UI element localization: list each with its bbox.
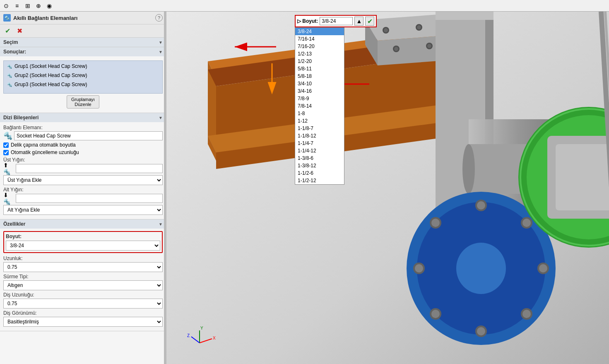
surme-tipi-select[interactable]: Altıgen [3,280,163,290]
panel-title-container: 🔩 Akıllı Bağlantı Elemanları [3,14,77,22]
dizi-header[interactable]: Dizi Bileşenleri ▼ [0,113,166,122]
svg-point-37 [522,219,531,227]
toolbar-icon-2[interactable]: ≡ [12,1,22,10]
size-option-7-8-14[interactable]: 7/8-14 [295,102,344,110]
ust-yigin-row: ⬆🔩 [3,164,163,174]
ust-stack-icon: ⬆🔩 [3,164,13,174]
checkbox-guncelleme[interactable] [3,150,9,155]
size-option-5-8-18[interactable]: 5/8-18 [295,72,344,80]
dis-gorunumu-select[interactable]: Basitleştirilmiş [3,317,163,327]
size-option-7-16-20[interactable]: 7/16-20 [295,43,344,50]
toolbar-icon-4[interactable]: ⊕ [34,1,43,10]
uzunluk-label: Uzunluk: [3,256,163,261]
dis-uzunlugu-select[interactable]: 0.75 [3,299,163,309]
boyut-select[interactable]: 3/8-24 7/16-14 7/16-20 [6,241,160,251]
cancel-button[interactable]: ✖ [15,26,24,36]
size-option-1-3-4-5[interactable]: 1-3/4-5 [295,184,344,185]
ozellikler-content: Boyut: 3/8-24 7/16-14 7/16-20 Uzunluk: 0… [0,229,166,331]
svg-point-45 [431,310,440,318]
viewport[interactable]: X Y Z [166,12,609,364]
dis-uzunlugu-label: Diş Uzunluğu: [3,292,163,298]
group-label-3: Grup3 (Socket Head Cap Screw) [14,82,87,87]
svg-point-14 [384,28,388,32]
size-option-1-8[interactable]: 1-8 [295,110,344,117]
size-option-1-1-2-12[interactable]: 1-1/2-12 [295,177,344,184]
dizi-chevron: ▼ [159,116,163,120]
top-toolbar: ⊙ ≡ ⊞ ⊕ ◉ [0,0,609,12]
svg-point-29 [462,144,475,194]
left-panel: 🔩 Akıllı Bağlantı Elemanları ? ✔ ✖ Seçim… [0,12,166,364]
alt-yigin-select[interactable]: Alt Yığına Ekle [3,205,163,215]
size-confirm-btn[interactable]: ✔ [365,17,374,26]
groups-list: 🔩 Grup1 (Socket Head Cap Screw) 🔩 Grup2 … [3,60,163,94]
size-option-1-1-8-12[interactable]: 1-1/8-12 [295,132,344,140]
size-dropdown-list[interactable]: 3/8-247/16-147/16-201/2-131/2-205/8-115/… [295,27,344,185]
svg-text:X: X [213,336,216,340]
boyut-label: Boyut: [6,234,160,239]
size-scroll-up-btn[interactable]: ▲ [354,17,363,26]
size-option-3-8-24[interactable]: 3/8-24 [295,28,344,35]
panel-title: Akıllı Bağlantı Elemanları [13,15,77,21]
svg-point-47 [415,264,423,272]
size-option-1-3-8-6[interactable]: 1-3/8-6 [295,154,344,162]
sonuclar-chevron: ▼ [159,50,163,54]
alt-yigin-label: Alt Yığın: [3,187,163,193]
confirm-button[interactable]: ✔ [3,26,12,36]
size-option-7-8-9[interactable]: 7/8-9 [295,95,344,102]
alt-yigin-row: ⬇🔩 [3,193,163,203]
help-button[interactable]: ? [155,14,163,22]
svg-point-33 [456,243,506,294]
checkbox-delik[interactable] [3,142,9,148]
sonuclar-header[interactable]: Sonuçlar: ▼ [0,47,166,56]
red-arrow-viewport [231,34,280,60]
size-option-3-4-16[interactable]: 3/4-16 [295,87,344,95]
dis-gorunumu-label: Diş Görünümü: [3,310,163,316]
main-area: 🔩 Akıllı Bağlantı Elemanları ? ✔ ✖ Seçim… [0,12,609,364]
svg-point-41 [522,310,531,318]
size-option-3-4-10[interactable]: 3/4-10 [295,80,344,87]
size-option-1-1-8-7[interactable]: 1-1/8-7 [295,125,344,132]
surme-tipi-label: Sürme Tipi: [3,274,163,280]
size-option-1-12[interactable]: 1-12 [295,117,344,125]
baglanti-input[interactable] [14,131,163,140]
group-item-2[interactable]: 🔩 Grup2 (Socket Head Cap Screw) [5,71,161,80]
toolbar-icon-5[interactable]: ◉ [45,1,54,10]
size-option-1-1-4-7[interactable]: 1-1/4-7 [295,140,344,147]
size-option-1-1-4-12[interactable]: 1-1/4-12 [295,147,344,154]
sonuclar-section: Sonuçlar: ▼ 🔩 Grup1 (Socket Head Cap Scr… [0,47,166,113]
secim-header[interactable]: Seçim ▼ [0,38,166,47]
ust-yigin-input[interactable] [16,164,163,173]
alt-yigin-input[interactable] [16,194,163,203]
svg-rect-55 [556,144,609,210]
size-option-1-2-20[interactable]: 1/2-20 [295,58,344,65]
size-dropdown-input[interactable] [320,17,353,25]
toolbar-icon-1[interactable]: ⊙ [2,1,11,10]
ozellikler-chevron: ▼ [159,222,163,227]
dizi-section: Dizi Bileşenleri ▼ Bağlantı Elemanı: 🔩 D… [0,113,166,219]
resize-handle[interactable] [164,12,166,364]
checkbox-row-1: Delik çapına otomatik boyutla [3,142,163,148]
ust-yigin-select[interactable]: Üst Yığına Ekle [3,175,163,185]
size-option-1-1-2-6[interactable]: 1-1/2-6 [295,169,344,177]
secim-chevron: ▼ [159,40,163,45]
boyut-highlighted-container: Boyut: 3/8-24 7/16-14 7/16-20 [3,231,163,253]
ust-yigin-label: Üst Yığın: [3,157,163,163]
uzunluk-select[interactable]: 0.75 [3,262,163,272]
gruplamay-duzenle-button[interactable]: GruplamayıDüzenle [67,95,99,108]
size-option-1-3-8-12[interactable]: 1-3/8-12 [295,162,344,169]
size-option-5-8-11[interactable]: 5/8-11 [295,65,344,72]
toolbar-icon-3[interactable]: ⊞ [23,1,32,10]
group-item-3[interactable]: 🔩 Grup3 (Socket Head Cap Screw) [5,80,161,89]
size-option-1-2-13[interactable]: 1/2-13 [295,50,344,58]
size-dropdown-header: ▷ Boyut: ▲ ✔ [295,15,377,27]
group-icon-2: 🔩 [6,72,13,79]
ozellikler-header[interactable]: Özellikler ▼ [0,219,166,229]
group-item-1[interactable]: 🔩 Grup1 (Socket Head Cap Screw) [5,62,161,71]
action-row: ✔ ✖ [0,24,166,38]
orange-arrow-viewport [262,61,282,96]
svg-point-16 [417,25,421,29]
ozellikler-label: Özellikler [3,221,25,227]
dizi-content: Bağlantı Elemanı: 🔩 Delik çapına otomati… [0,122,166,219]
size-option-7-16-14[interactable]: 7/16-14 [295,35,344,43]
checkbox-delik-label: Delik çapına otomatik boyutla [11,142,76,148]
